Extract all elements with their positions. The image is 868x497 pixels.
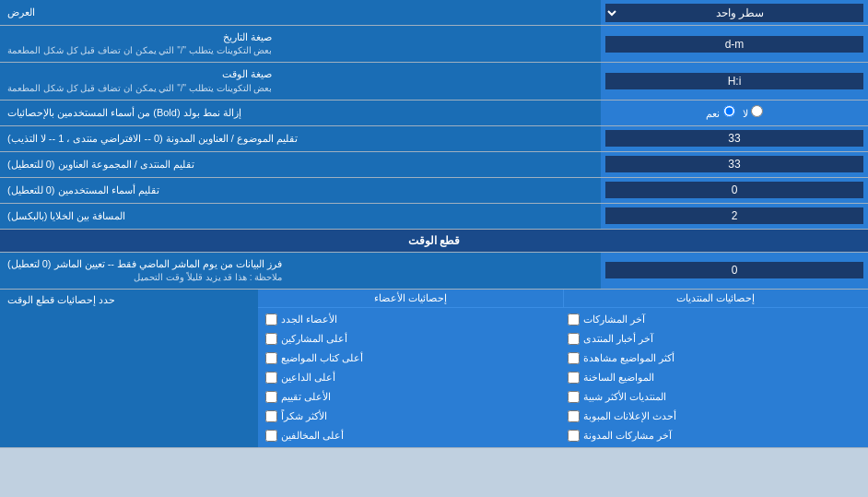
time-format-row: صيغة الوقت بعض التكوينات يتطلب "/" التي … xyxy=(0,63,868,100)
main-container: العرض سطر واحد سطرين ثلاثة أسطر صيغة الت… xyxy=(0,0,868,448)
time-format-input[interactable] xyxy=(605,73,863,89)
forums-similar-item: المنتديات الأكثر شبية xyxy=(568,389,861,405)
spacing-input-cell xyxy=(601,204,868,229)
members-new-item: الأعضاء الجدد xyxy=(265,312,558,327)
forums-ads-checkbox[interactable] xyxy=(568,410,580,422)
forums-stats-col: آخر المشاركات آخر أخبار المنتدى أكثر الم… xyxy=(568,312,861,444)
display-mode-select[interactable]: سطر واحد سطرين ثلاثة أسطر xyxy=(605,4,863,22)
spacing-label: المسافة بين الخلايا (بالبكسل) xyxy=(0,204,601,229)
users-format-label: تقليم أسماء المستخدمين (0 للتعطيل) xyxy=(0,178,601,203)
forum-format-input-cell xyxy=(601,152,868,177)
bold-yes-label: نعم xyxy=(706,105,734,120)
members-top-checkbox[interactable] xyxy=(265,333,277,345)
members-rated-checkbox[interactable] xyxy=(265,391,277,403)
date-format-label: صيغة التاريخ بعض التكوينات يتطلب "/" الت… xyxy=(0,26,601,62)
members-thanks-checkbox[interactable] xyxy=(265,410,277,422)
members-rated-item: الأعلى تقييم xyxy=(265,389,558,405)
members-stats-col: الأعضاء الجدد أعلى المشاركين أعلى كتاب ا… xyxy=(265,312,558,444)
cut-input[interactable] xyxy=(605,262,863,278)
checkboxes-grid: الأعضاء الجدد أعلى المشاركين أعلى كتاب ا… xyxy=(258,308,868,447)
forums-last-posts-checkbox[interactable] xyxy=(568,314,580,325)
section-header: قطع الوقت xyxy=(0,230,868,253)
users-format-input-cell xyxy=(601,178,868,203)
display-mode-label: العرض xyxy=(0,0,601,25)
date-format-row: صيغة التاريخ بعض التكوينات يتطلب "/" الت… xyxy=(0,26,868,63)
members-violations-item: أعلى المخالفين xyxy=(265,428,558,444)
display-mode-row: العرض سطر واحد سطرين ثلاثة أسطر xyxy=(0,0,868,26)
members-writers-item: أعلى كتاب المواضيع xyxy=(265,350,558,366)
users-format-input[interactable] xyxy=(605,182,863,198)
date-format-input-cell xyxy=(601,26,868,62)
display-mode-input[interactable]: سطر واحد سطرين ثلاثة أسطر xyxy=(601,0,868,25)
col1-header: إحصائيات المنتديات xyxy=(564,290,869,307)
members-violations-checkbox[interactable] xyxy=(265,430,277,442)
forums-similar-checkbox[interactable] xyxy=(568,391,580,403)
spacing-row: المسافة بين الخلايا (بالبكسل) xyxy=(0,204,868,230)
bold-style-row: إزالة نمط بولد (Bold) من أسماء المستخدمي… xyxy=(0,101,868,126)
stats-area: حدد إحصائيات قطع الوقت إحصائيات الأعضاء … xyxy=(0,290,868,448)
users-format-row: تقليم أسماء المستخدمين (0 للتعطيل) xyxy=(0,178,868,204)
cut-row: فرز البيانات من يوم الماشر الماضي فقط --… xyxy=(0,253,868,290)
subject-format-row: تقليم الموضوع / العناوين المدونة (0 -- ا… xyxy=(0,126,868,152)
stats-header-label: حدد إحصائيات قطع الوقت xyxy=(0,290,258,447)
stats-checkboxes: إحصائيات الأعضاء إحصائيات المنتديات الأع… xyxy=(258,290,868,447)
cut-input-cell xyxy=(601,253,868,289)
subject-format-input[interactable] xyxy=(605,130,863,147)
cut-label: فرز البيانات من يوم الماشر الماضي فقط --… xyxy=(0,253,601,289)
members-top-item: أعلى المشاركين xyxy=(265,331,558,347)
forums-ads-item: أحدث الإعلانات المبوبة xyxy=(568,408,861,424)
subject-format-input-cell xyxy=(601,126,868,151)
forum-format-label: تقليم المنتدى / المجموعة العناوين (0 للت… xyxy=(0,152,601,177)
time-format-input-cell xyxy=(601,63,868,99)
forums-hot-checkbox[interactable] xyxy=(568,372,580,384)
members-thanks-item: الأكثر شكراً xyxy=(265,408,558,424)
members-writers-checkbox[interactable] xyxy=(265,352,277,364)
members-inviters-checkbox[interactable] xyxy=(265,372,277,384)
bold-no-label: لا xyxy=(743,105,763,120)
bold-no-radio[interactable] xyxy=(751,105,763,117)
members-inviters-item: أعلى الداعين xyxy=(265,370,558,385)
forums-blog-item: آخر مشاركات المدونة xyxy=(568,428,861,444)
forums-hot-item: المواضيع الساخنة xyxy=(568,370,861,385)
bold-style-label: إزالة نمط بولد (Bold) من أسماء المستخدمي… xyxy=(0,101,601,125)
members-new-checkbox[interactable] xyxy=(265,314,277,325)
forums-most-viewed-checkbox[interactable] xyxy=(568,352,580,364)
col2-header: إحصائيات الأعضاء xyxy=(258,290,564,307)
forums-blog-checkbox[interactable] xyxy=(568,430,580,442)
bold-yes-radio[interactable] xyxy=(723,105,735,117)
date-format-input[interactable] xyxy=(605,36,863,53)
forum-format-row: تقليم المنتدى / المجموعة العناوين (0 للت… xyxy=(0,152,868,178)
forum-format-input[interactable] xyxy=(605,156,863,172)
forums-last-posts-item: آخر المشاركات xyxy=(568,312,861,327)
forums-last-news-item: آخر أخبار المنتدى xyxy=(568,331,861,347)
spacing-input[interactable] xyxy=(605,207,863,224)
subject-format-label: تقليم الموضوع / العناوين المدونة (0 -- ا… xyxy=(0,126,601,151)
time-format-label: صيغة الوقت بعض التكوينات يتطلب "/" التي … xyxy=(0,63,601,99)
bold-style-radio-cell: لا نعم xyxy=(601,101,868,125)
forums-most-viewed-item: أكثر المواضيع مشاهدة xyxy=(568,350,861,366)
forums-last-news-checkbox[interactable] xyxy=(568,333,580,345)
